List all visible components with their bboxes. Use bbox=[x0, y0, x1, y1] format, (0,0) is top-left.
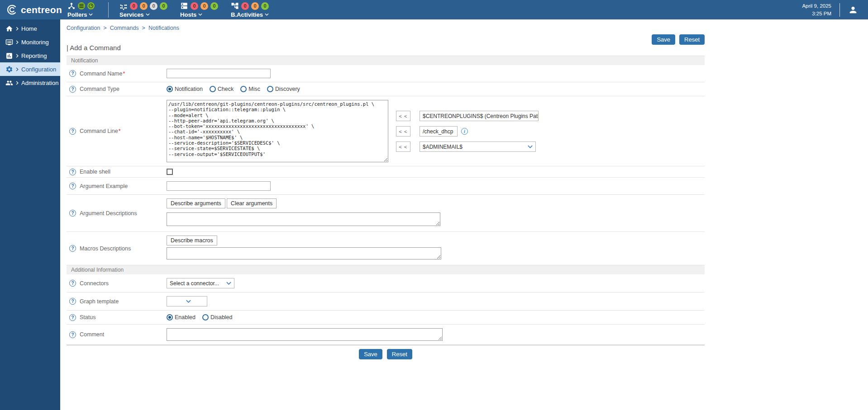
pollers-menu-label: Pollers bbox=[67, 11, 87, 18]
radio-label: Enabled bbox=[175, 314, 196, 320]
status-enabled-radio[interactable]: Enabled bbox=[167, 314, 196, 320]
clock-time: 3:25 PM bbox=[802, 10, 831, 17]
section-header-notification: Notification bbox=[67, 56, 705, 65]
macros-descriptions-label: Macros Descriptions bbox=[80, 245, 131, 252]
centreon-logo-icon bbox=[5, 4, 18, 16]
hosts-icon bbox=[180, 2, 188, 10]
pollers-menu[interactable]: Pollers bbox=[67, 2, 95, 18]
command-line-textarea[interactable]: /usr/lib/centreon/git-plugins/centreon-p… bbox=[167, 100, 388, 162]
people-icon bbox=[5, 79, 13, 87]
chevron-down-icon bbox=[528, 145, 533, 148]
services-menu[interactable]: 0 0 0 0 Services bbox=[119, 2, 167, 18]
services-critical-badge: 0 bbox=[130, 2, 138, 10]
argument-descriptions-row: ? Argument Descriptions Describe argumen… bbox=[67, 195, 705, 232]
sidebar-item-reporting[interactable]: Reporting bbox=[0, 49, 60, 62]
bactivities-menu-label: B.Activities bbox=[231, 11, 263, 18]
plugin-binary-select[interactable]: /check_dhcp bbox=[420, 126, 458, 137]
enable-shell-checkbox[interactable] bbox=[167, 169, 173, 175]
macros-descriptions-row: ? Macros Descriptions Describe macros bbox=[67, 232, 705, 265]
insert-macro-button[interactable]: < < bbox=[396, 141, 410, 152]
command-name-input[interactable] bbox=[167, 69, 271, 78]
help-icon[interactable]: ? bbox=[69, 70, 76, 77]
graph-template-select[interactable] bbox=[167, 296, 207, 306]
radio-icon bbox=[167, 86, 173, 92]
enable-shell-label: Enable shell bbox=[80, 169, 110, 175]
command-type-misc-radio[interactable]: Misc bbox=[240, 86, 260, 92]
argument-example-input[interactable] bbox=[167, 181, 271, 191]
top-toolbar: Save Reset bbox=[652, 34, 705, 45]
breadcrumb-commands[interactable]: Commands bbox=[110, 25, 139, 31]
save-button[interactable]: Save bbox=[652, 34, 675, 45]
macros-descriptions-textarea[interactable] bbox=[167, 247, 441, 259]
user-menu-button[interactable] bbox=[848, 5, 858, 15]
sidebar-item-configuration[interactable]: Configuration bbox=[0, 62, 60, 76]
argument-descriptions-label: Argument Descriptions bbox=[80, 210, 137, 217]
breadcrumb-configuration[interactable]: Configuration bbox=[67, 25, 100, 31]
reset-button-bottom[interactable]: Reset bbox=[387, 349, 412, 359]
sidebar-item-administration[interactable]: Administration bbox=[0, 76, 60, 90]
comment-textarea[interactable] bbox=[167, 328, 443, 341]
help-icon[interactable]: ? bbox=[69, 183, 76, 189]
chevron-down-icon bbox=[198, 13, 202, 16]
sidebar-item-monitoring[interactable]: Monitoring bbox=[0, 35, 60, 49]
command-type-check-radio[interactable]: Check bbox=[210, 86, 234, 92]
header-separator bbox=[839, 3, 840, 17]
help-icon[interactable]: ? bbox=[69, 210, 76, 217]
hosts-critical-badge: 0 bbox=[191, 2, 198, 10]
comment-row: ? Comment bbox=[67, 325, 705, 345]
radio-icon bbox=[267, 86, 273, 92]
services-icon bbox=[119, 2, 128, 10]
section-header-additional-information: Additional Information bbox=[67, 265, 705, 274]
status-disabled-radio[interactable]: Disabled bbox=[202, 314, 233, 320]
bactivities-icon bbox=[231, 2, 239, 10]
describe-macros-button[interactable]: Describe macros bbox=[167, 236, 217, 245]
clock-date: April 9, 2025 bbox=[802, 2, 831, 9]
connectors-select[interactable]: Select a connector... bbox=[167, 278, 234, 288]
user-icon bbox=[848, 5, 858, 15]
insert-plugin-path-button[interactable]: < < bbox=[396, 111, 410, 121]
save-button-bottom[interactable]: Save bbox=[359, 349, 382, 359]
help-icon[interactable]: ? bbox=[69, 331, 76, 338]
info-icon[interactable]: i bbox=[461, 128, 468, 135]
help-icon[interactable]: ? bbox=[69, 128, 76, 135]
help-icon[interactable]: ? bbox=[69, 169, 76, 175]
command-type-discovery-radio[interactable]: Discovery bbox=[267, 86, 300, 92]
breadcrumb-separator: > bbox=[142, 25, 145, 31]
poller-database-status-icon bbox=[78, 2, 85, 9]
macro-select[interactable]: $ADMINEMAIL$ bbox=[420, 141, 536, 152]
radio-label: Disabled bbox=[210, 314, 233, 320]
help-icon[interactable]: ? bbox=[69, 245, 76, 252]
command-name-row: ? Command Name* bbox=[67, 65, 705, 82]
breadcrumb-notifications[interactable]: Notifications bbox=[148, 25, 179, 31]
brand-text: centreon bbox=[21, 5, 62, 15]
sidebar-item-label: Home bbox=[21, 25, 37, 32]
sidebar-item-home[interactable]: Home bbox=[0, 22, 60, 35]
hosts-warning-badge: 0 bbox=[200, 2, 208, 10]
help-icon[interactable]: ? bbox=[69, 298, 76, 305]
radio-icon bbox=[240, 86, 247, 92]
argument-descriptions-textarea[interactable] bbox=[167, 212, 440, 226]
help-icon[interactable]: ? bbox=[69, 314, 76, 321]
centreon-logo[interactable]: centreon bbox=[0, 4, 67, 16]
breadcrumb-separator: > bbox=[103, 25, 106, 31]
describe-arguments-button[interactable]: Describe arguments bbox=[167, 198, 225, 208]
chevron-down-icon bbox=[89, 13, 93, 16]
reset-button[interactable]: Reset bbox=[679, 34, 705, 45]
clear-arguments-button[interactable]: Clear arguments bbox=[227, 198, 277, 208]
status-label: Status bbox=[80, 314, 95, 320]
bactivities-critical-badge: 0 bbox=[241, 2, 249, 10]
command-type-notification-radio[interactable]: Notification bbox=[167, 86, 203, 92]
radio-icon bbox=[202, 314, 209, 320]
form-footer: Save Reset bbox=[67, 345, 705, 365]
bactivities-menu[interactable]: 0 0 0 B.Activities bbox=[231, 2, 269, 18]
graph-template-row: ? Graph template bbox=[67, 292, 705, 311]
hosts-menu[interactable]: 0 0 0 Hosts bbox=[180, 2, 218, 18]
insert-binary-button[interactable]: < < bbox=[396, 126, 410, 137]
comment-label: Comment bbox=[80, 331, 104, 338]
help-icon[interactable]: ? bbox=[69, 280, 76, 287]
plugin-path-select[interactable]: $CENTREONPLUGINS$ (Centreon Plugins Path… bbox=[420, 111, 539, 121]
pollers-icon bbox=[67, 2, 76, 10]
help-icon[interactable]: ? bbox=[69, 86, 76, 93]
command-type-row: ? Command Type Notification Check bbox=[67, 82, 705, 96]
hosts-menu-label: Hosts bbox=[180, 11, 196, 18]
